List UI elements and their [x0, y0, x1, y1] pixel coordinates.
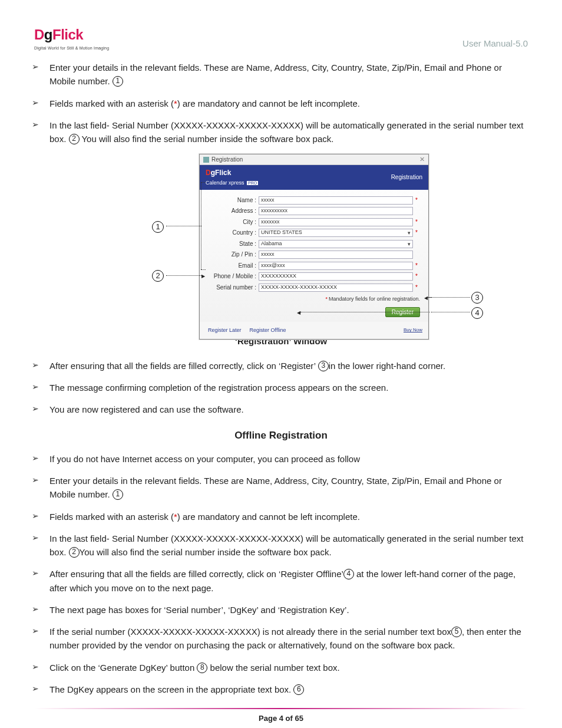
bullet-item: You are now registered and can use the s… [24, 403, 528, 416]
inline-circle-5: 5 [451, 627, 462, 637]
form-label: Address : [208, 206, 259, 216]
form-label: City : [208, 218, 259, 227]
required-star: * [415, 261, 420, 271]
form-label: Zip / Pin : [208, 250, 259, 259]
form-row: City :xxxxxxx* [208, 218, 420, 227]
form-row: State :Alabama [208, 239, 420, 249]
inline-circle-8: 8 [197, 663, 207, 673]
bullet-item: Click on the ‘Generate DgKey’ button 8 b… [24, 661, 528, 674]
logo: DgFlick [34, 27, 83, 42]
bullet-item: In the last field- Serial Number (XXXXX-… [24, 118, 528, 146]
bullet-item: The next page has boxes for ‘Serial numb… [24, 603, 528, 617]
footer-rule [34, 708, 528, 709]
doc-title: User Manual-5.0 [462, 37, 528, 50]
form-label: Phone / Mobile : [208, 272, 259, 281]
form-label: Name : [208, 196, 259, 205]
bullet-item: Fields marked with an asterisk (*) are m… [24, 97, 528, 110]
inline-circle-2: 2 [69, 134, 80, 144]
form-row: Country :UNITED STATES* [208, 228, 420, 238]
callout-3: 3 [471, 291, 483, 304]
required-star: * [415, 272, 420, 281]
form-input[interactable]: xxxxx [259, 196, 413, 205]
form-label: Email : [208, 261, 259, 271]
inline-circle-1: 1 [113, 489, 123, 500]
form-row: Serial number :XXXXX-XXXXX-XXXXX-XXXXX* [208, 283, 420, 292]
form-label: Country : [208, 228, 259, 238]
form-select[interactable]: UNITED STATES [259, 229, 413, 237]
leader-line [431, 312, 470, 312]
bullet-item: Enter your details in the relevant field… [24, 474, 528, 502]
form-row: Address :xxxxxxxxxx [208, 206, 420, 216]
banner-sub: Calendar xpress PRO [206, 179, 258, 187]
window-title: Registration [211, 155, 243, 164]
leader-line [431, 297, 470, 298]
callout-2: 2 [152, 269, 164, 282]
logo-block: DgFlick Digital World for Still & Motion… [34, 24, 109, 50]
bullet-item: Enter your details in the relevant field… [24, 61, 528, 88]
callout-4: 4 [471, 306, 483, 319]
bullet-list-1: Enter your details in the relevant field… [24, 61, 528, 146]
required-star: * [415, 218, 420, 227]
leader-line [166, 275, 201, 276]
form-input[interactable]: XXXXX-XXXXX-XXXXX-XXXXX [259, 284, 413, 292]
window-footer: Register Later Register Offline Buy Now [200, 322, 428, 338]
form-input[interactable]: xxxxx [259, 251, 413, 259]
leader-line [300, 312, 430, 312]
inline-circle-1: 1 [113, 76, 123, 87]
logo-tagline: Digital World for Still & Motion Imaging [34, 46, 109, 50]
form-input[interactable]: xxxxxxxxxx [259, 207, 413, 215]
window-titlebar: Registration ✕ [200, 154, 428, 165]
bullet-item: If the serial number (XXXXX-XXXXX-XXXXX-… [24, 625, 528, 653]
form-label: Serial number : [208, 283, 259, 292]
inline-circle-3: 3 [318, 361, 329, 371]
form-input[interactable]: XXXXXXXXXX [259, 272, 413, 281]
form-row: Name :xxxxx* [208, 196, 420, 205]
buy-now-link[interactable]: Buy Now [404, 327, 422, 334]
banner-right: Registration [391, 173, 422, 182]
register-offline-button[interactable]: Register Offline [247, 326, 289, 334]
leader-line [166, 226, 201, 226]
registration-figure: Registration ✕ DgFlick Calendar xpress P… [34, 154, 528, 331]
leader-line [428, 297, 432, 298]
page-number: Page 4 of 65 [34, 713, 528, 724]
inline-circle-4: 4 [343, 569, 354, 579]
mandatory-note: *Mandatory fields for online registratio… [208, 295, 420, 304]
bullet-item: After ensuring that all the fields are f… [24, 567, 528, 595]
banner-brand: DgFlick [206, 167, 258, 179]
inline-circle-2: 2 [69, 547, 80, 558]
form-input[interactable]: xxxx@xxx [259, 262, 413, 270]
form-input[interactable]: xxxxxxx [259, 218, 413, 226]
form-row: Zip / Pin :xxxxx [208, 250, 420, 259]
window-banner: DgFlick Calendar xpress PRO Registration [200, 165, 428, 190]
inline-circle-6: 6 [293, 684, 304, 695]
close-icon[interactable]: ✕ [419, 154, 425, 164]
app-icon [203, 157, 209, 163]
register-later-button[interactable]: Register Later [206, 326, 244, 334]
required-star: * [415, 196, 420, 205]
bullet-item: The DgKey appears on the screen in the a… [24, 683, 528, 696]
bullet-list-2: After ensuring that all the fields are f… [24, 359, 528, 417]
offline-heading: Offline Registration [34, 428, 528, 443]
bullet-item: The message confirming completion of the… [24, 381, 528, 394]
bullet-item: Fields marked with an asterisk (*) are m… [24, 510, 528, 523]
bullet-item: In the last field- Serial Number (XXXXX-… [24, 532, 528, 559]
form-body: Name :xxxxx*Address :xxxxxxxxxxCity :xxx… [200, 190, 428, 322]
form-row: Email :xxxx@xxx* [208, 261, 420, 271]
bullet-list-3: If you do not have Internet access on yo… [24, 452, 528, 696]
page-header: DgFlick Digital World for Still & Motion… [34, 24, 528, 50]
form-label: State : [208, 239, 259, 249]
required-star: * [415, 283, 420, 292]
form-select[interactable]: Alabama [259, 240, 413, 248]
required-star: * [415, 228, 420, 238]
callout-1: 1 [152, 220, 164, 233]
bullet-item: After ensuring that all the fields are f… [24, 359, 528, 373]
form-row: Phone / Mobile :XXXXXXXXXX* [208, 272, 420, 281]
bullet-item: If you do not have Internet access on yo… [24, 452, 528, 466]
